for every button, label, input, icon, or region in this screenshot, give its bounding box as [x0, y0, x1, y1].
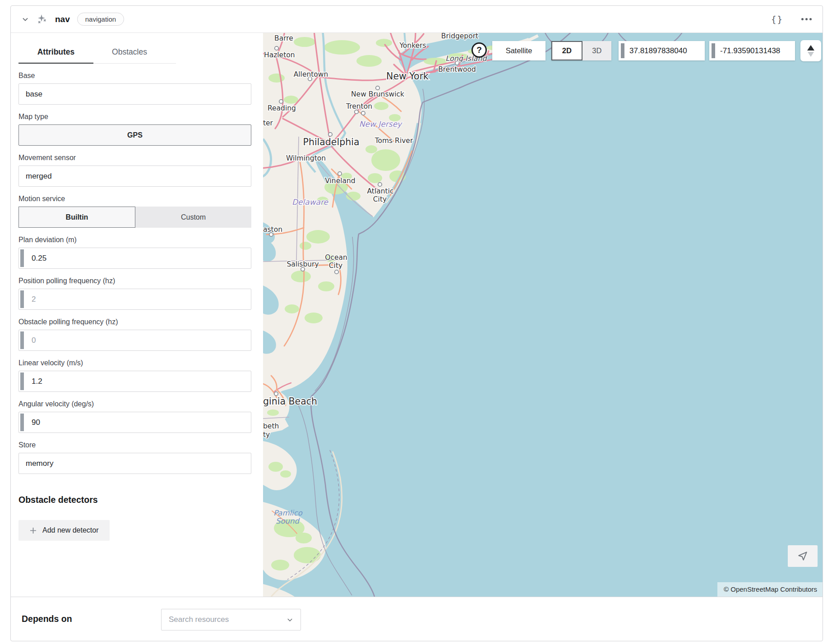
movement-sensor-input[interactable]: merged [18, 166, 251, 187]
field-base: Base base [18, 72, 251, 105]
more-menu-icon[interactable] [801, 18, 812, 20]
movement-sensor-label: Movement sensor [18, 154, 251, 162]
store-label: Store [18, 441, 251, 449]
collapse-chevron-icon[interactable] [22, 16, 29, 23]
map-label: beth [263, 422, 279, 430]
field-motion-service: Motion service Builtin Custom [18, 195, 251, 228]
map-label: New Jersey [359, 120, 402, 129]
base-input[interactable]: base [18, 83, 251, 105]
angular-velocity-input[interactable]: 90 [18, 412, 251, 433]
map-type-label: Map type [18, 113, 251, 121]
map-label: Allentown [294, 70, 328, 78]
map-canvas: BarreHazletonAllentownReadingterYonkersB… [263, 33, 823, 597]
send-icon [797, 550, 809, 562]
map-label: ginia Beach [263, 396, 317, 407]
tab-attributes[interactable]: Attributes [18, 47, 93, 64]
store-input[interactable]: memory [18, 453, 251, 474]
step-up-icon[interactable] [807, 45, 814, 51]
motion-service-custom-button[interactable]: Custom [135, 207, 251, 228]
map-3d-button[interactable]: 3D [582, 41, 612, 60]
map-label: Ocean [325, 253, 347, 262]
map-label: ter [263, 119, 273, 127]
page: nav navigation {} Attributes Obstacles B… [0, 0, 832, 644]
search-resources-placeholder: Search resources [169, 615, 229, 624]
map-dimension-toggle: 2D 3D [551, 41, 611, 60]
map-attribution: © OpenStreetMap Contributors [717, 582, 823, 597]
linear-velocity-label: Linear velocity (m/s) [18, 359, 251, 367]
position-polling-input[interactable]: 2 [18, 289, 251, 310]
latitude-input[interactable]: 37.81897838040 [619, 41, 705, 60]
navigation-map[interactable]: BarreHazletonAllentownReadingterYonkersB… [263, 33, 823, 597]
chevron-down-icon [287, 616, 293, 623]
map-label: Sound [276, 517, 300, 525]
motion-service-builtin-button[interactable]: Builtin [18, 207, 135, 228]
map-label: aston [263, 225, 282, 234]
field-movement-sensor: Movement sensor merged [18, 154, 251, 187]
tab-obstacles[interactable]: Obstacles [93, 47, 166, 63]
locate-robot-button[interactable] [788, 545, 818, 567]
map-label: Hazleton [264, 51, 295, 59]
obstacle-detectors-heading: Obstacle detectors [18, 495, 251, 505]
card-header: nav navigation {} [11, 6, 823, 33]
depends-on-heading: Depends on [22, 614, 72, 624]
map-label: Delaware [292, 198, 329, 207]
map-label: City [373, 195, 387, 203]
plan-deviation-label: Plan deviation (m) [18, 236, 251, 244]
map-2d-button[interactable]: 2D [551, 41, 582, 60]
map-label: Brentwood [438, 65, 476, 74]
map-label: Atlantic [367, 187, 394, 195]
plus-icon [29, 527, 37, 534]
json-mode-icon[interactable]: {} [771, 14, 783, 24]
longitude-input[interactable]: -71.93590131438 [709, 41, 795, 60]
plan-deviation-input[interactable]: 0.25 [18, 248, 251, 269]
map-label: Wilmington [286, 154, 326, 162]
navigation-service-icon [36, 14, 48, 25]
map-label: Reading [268, 104, 296, 112]
base-label: Base [18, 72, 251, 80]
map-label: Yonkers [399, 41, 426, 50]
field-plan-deviation: Plan deviation (m) 0.25 [18, 236, 251, 269]
resource-title: nav [55, 14, 70, 24]
depends-on-bar: Depends on Search resources [11, 597, 823, 641]
attributes-panel: Attributes Obstacles Base base Map type … [11, 33, 263, 597]
linear-velocity-input[interactable]: 1.2 [18, 371, 251, 392]
add-new-detector-button[interactable]: Add new detector [18, 520, 110, 541]
satellite-toggle-button[interactable]: Satellite [492, 41, 545, 60]
map-label: City [329, 262, 342, 270]
map-help-button[interactable]: ? [471, 42, 487, 58]
search-resources-dropdown[interactable]: Search resources [161, 609, 301, 630]
add-new-detector-label: Add new detector [42, 526, 99, 534]
field-linear-velocity: Linear velocity (m/s) 1.2 [18, 359, 251, 392]
map-label: Bridgeport [441, 33, 478, 40]
coordinate-stepper[interactable] [800, 40, 821, 61]
map-label: Pamlico [273, 509, 303, 517]
obstacle-polling-input[interactable]: 0 [18, 330, 251, 351]
field-map-type: Map type GPS [18, 113, 251, 146]
map-type-gps-button[interactable]: GPS [18, 124, 251, 146]
map-label: Vineland [325, 177, 355, 185]
resource-card: nav navigation {} Attributes Obstacles B… [10, 5, 823, 641]
map-label: Toms River [374, 137, 413, 145]
angular-velocity-label: Angular velocity (deg/s) [18, 400, 251, 408]
map-label: Philadelphia [303, 137, 360, 147]
map-label: New York [386, 71, 429, 82]
map-label: ty [263, 431, 270, 439]
field-obstacle-polling: Obstacle polling frequency (hz) 0 [18, 318, 251, 351]
panel-tabs: Attributes Obstacles [18, 47, 176, 64]
motion-service-segmented: Builtin Custom [18, 207, 251, 228]
step-down-icon[interactable] [808, 52, 814, 57]
map-label: Salisbury [287, 260, 319, 268]
motion-service-label: Motion service [18, 195, 251, 203]
map-label: Barre [274, 34, 293, 42]
field-angular-velocity: Angular velocity (deg/s) 90 [18, 400, 251, 433]
position-polling-label: Position polling frequency (hz) [18, 277, 251, 285]
field-store: Store memory [18, 441, 251, 474]
map-label: New Brunswick [351, 90, 404, 98]
map-label: Trenton [346, 102, 372, 110]
resource-type-badge: navigation [77, 13, 124, 26]
field-position-polling: Position polling frequency (hz) 2 [18, 277, 251, 310]
obstacle-polling-label: Obstacle polling frequency (hz) [18, 318, 251, 326]
